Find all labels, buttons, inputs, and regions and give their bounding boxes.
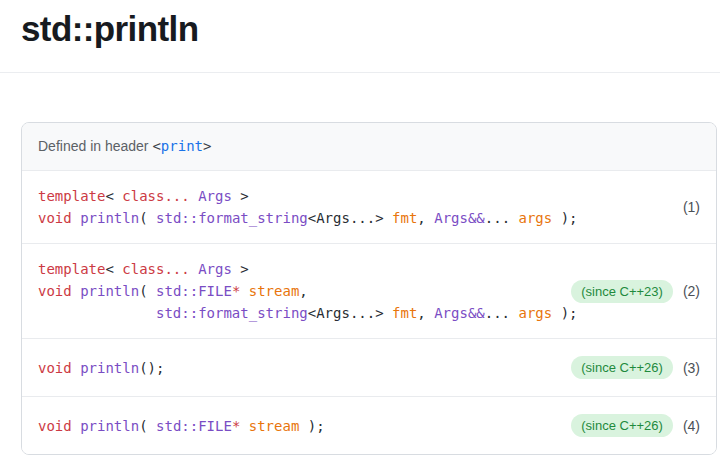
code-block: template< class... Args >void println( s… <box>38 185 671 229</box>
code-line: void println( std::format_string<Args...… <box>38 207 671 229</box>
declaration-list: template< class... Args >void println( s… <box>22 170 716 454</box>
since-badge: (since C++26) <box>571 414 673 437</box>
code-line: template< class... Args > <box>38 258 559 280</box>
declaration-meta: (1) <box>683 199 700 215</box>
overload-number: (3) <box>683 360 700 376</box>
declaration-meta: (since C++26)(3) <box>571 356 700 379</box>
overload-number: (2) <box>683 283 700 299</box>
since-badge: (since C++23) <box>571 280 673 303</box>
defined-in-header-row: Defined in header <print> <box>22 123 716 170</box>
overload-number: (1) <box>683 199 700 215</box>
open-angle-bracket: < <box>152 138 160 154</box>
code-line: void println(); <box>38 357 559 379</box>
declaration-row: template< class... Args >void println( s… <box>22 243 716 338</box>
overload-number: (4) <box>683 418 700 434</box>
code-line: template< class... Args > <box>38 185 671 207</box>
declaration-row: template< class... Args >void println( s… <box>22 170 716 243</box>
since-badge: (since C++26) <box>571 356 673 379</box>
declaration-meta: (since C++23)(2) <box>571 280 700 303</box>
code-line: std::format_string<Args...> fmt, Args&&.… <box>38 302 559 324</box>
declaration-row: void println( std::FILE* stream );(since… <box>22 396 716 454</box>
code-block: void println(); <box>38 357 559 379</box>
code-line: void println( std::FILE* stream, <box>38 280 559 302</box>
code-line: void println( std::FILE* stream ); <box>38 415 559 437</box>
close-angle-bracket: > <box>203 138 211 154</box>
declarations-box: Defined in header <print> template< clas… <box>21 122 717 455</box>
defined-in-header-label: Defined in header <box>38 138 152 154</box>
page-title: std::println <box>21 8 720 50</box>
declaration-row: void println();(since C++26)(3) <box>22 338 716 396</box>
title-divider <box>0 72 720 73</box>
code-block: template< class... Args >void println( s… <box>38 258 559 324</box>
code-block: void println( std::FILE* stream ); <box>38 415 559 437</box>
print-header-link[interactable]: print <box>161 138 203 154</box>
declaration-meta: (since C++26)(4) <box>571 414 700 437</box>
